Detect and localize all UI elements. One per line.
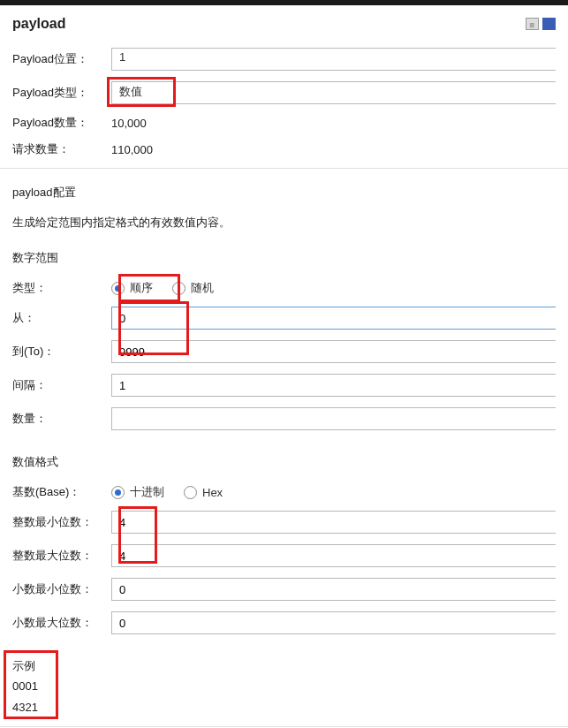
- request-label: 请求数量：: [12, 141, 111, 157]
- from-input[interactable]: [111, 307, 556, 330]
- frac-min-row: 小数最小位数：: [12, 578, 556, 601]
- to-input[interactable]: [111, 340, 556, 363]
- qty-input[interactable]: [111, 407, 556, 430]
- base-label: 基数(Base)：: [12, 484, 111, 500]
- frac-min-label: 小数最小位数：: [12, 581, 111, 597]
- header: payload: [12, 16, 556, 32]
- radio-decimal[interactable]: 十进制: [111, 484, 164, 500]
- step-label: 间隔：: [12, 377, 111, 393]
- int-min-input[interactable]: [111, 511, 556, 534]
- panel-icon[interactable]: [542, 18, 556, 30]
- range-title: 数字范围: [12, 250, 556, 266]
- count-label: Payload数量：: [12, 115, 111, 131]
- example-line-1: 0001: [12, 676, 556, 696]
- radio-icon: [111, 282, 125, 295]
- int-min-label: 整数最小位数：: [12, 514, 111, 530]
- example-block: 示例 0001 4321: [12, 654, 556, 719]
- frac-max-label: 小数最大位数：: [12, 615, 111, 631]
- example-title: 示例: [12, 656, 556, 676]
- int-min-row: 整数最小位数：: [12, 511, 556, 534]
- from-label: 从：: [12, 310, 111, 326]
- header-icons: [526, 18, 556, 30]
- frac-max-input[interactable]: [111, 611, 556, 634]
- radio-label: Hex: [202, 486, 223, 499]
- int-max-row: 整数最大位数：: [12, 544, 556, 567]
- count-value: 10,000: [111, 117, 147, 130]
- example-line-2: 4321: [12, 697, 556, 717]
- request-value: 110,000: [111, 143, 153, 156]
- int-max-label: 整数最大位数：: [12, 548, 111, 564]
- radio-random[interactable]: 随机: [172, 280, 214, 296]
- radio-sequential[interactable]: 顺序: [111, 280, 153, 296]
- range-from-row: 从：: [12, 307, 556, 330]
- radio-label: 十进制: [130, 484, 164, 500]
- to-label: 到(To)：: [12, 344, 111, 360]
- payload-position-row: Payload位置： 1: [12, 48, 556, 71]
- range-qty-row: 数量：: [12, 407, 556, 430]
- radio-icon: [184, 486, 197, 499]
- radio-hex[interactable]: Hex: [184, 486, 223, 499]
- type-select[interactable]: 数值: [111, 81, 556, 104]
- range-type-row: 类型： 顺序 随机: [12, 280, 556, 296]
- radio-label: 顺序: [130, 280, 153, 296]
- payload-count-row: Payload数量： 10,000: [12, 115, 556, 131]
- page-title: payload: [12, 16, 65, 32]
- radio-icon: [172, 282, 186, 295]
- config-description: 生成给定范围内指定格式的有效数值内容。: [12, 215, 556, 231]
- frac-max-row: 小数最大位数：: [12, 611, 556, 634]
- range-step-row: 间隔：: [12, 374, 556, 397]
- range-type-label: 类型：: [12, 280, 111, 296]
- list-icon[interactable]: [526, 18, 539, 30]
- type-label: Payload类型：: [12, 85, 111, 101]
- int-max-input[interactable]: [111, 544, 556, 567]
- position-select[interactable]: 1: [111, 48, 556, 71]
- qty-label: 数量：: [12, 411, 111, 427]
- request-count-row: 请求数量： 110,000: [12, 141, 556, 157]
- format-title: 数值格式: [12, 454, 556, 470]
- config-title: payload配置: [12, 185, 556, 201]
- radio-label: 随机: [191, 280, 214, 296]
- position-label: Payload位置：: [12, 51, 111, 67]
- radio-icon: [111, 486, 125, 499]
- format-base-row: 基数(Base)： 十进制 Hex: [12, 484, 556, 500]
- payload-type-row: Payload类型： 数值: [12, 81, 556, 104]
- step-input[interactable]: [111, 374, 556, 397]
- range-to-row: 到(To)：: [12, 340, 556, 363]
- frac-min-input[interactable]: [111, 578, 556, 601]
